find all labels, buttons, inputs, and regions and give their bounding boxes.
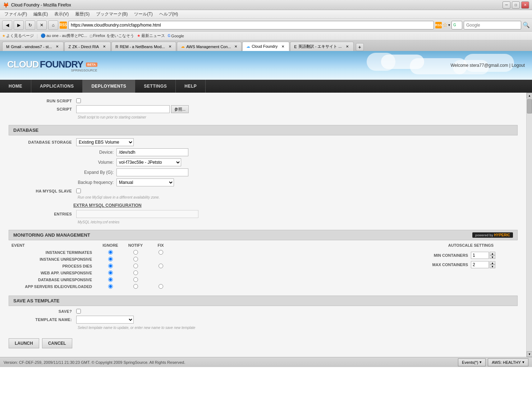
stop-button[interactable]: ✕ <box>37 20 47 30</box>
ha-mysql-checkbox[interactable] <box>76 189 81 193</box>
cancel-button[interactable]: CANCEL <box>42 338 72 348</box>
browse-button[interactable]: 参照... <box>171 105 189 113</box>
fix-radio-terminates <box>148 250 173 255</box>
min-containers-input[interactable] <box>471 252 489 259</box>
fix-radio-appservers <box>148 284 173 289</box>
fix-radio-input-terminates[interactable] <box>159 250 163 255</box>
new-tab-button[interactable]: + <box>356 43 364 51</box>
back-button[interactable]: ◀ <box>2 20 12 30</box>
ignore-radio-input-unresponsive[interactable] <box>108 257 113 261</box>
expand-row: Expand By (G): <box>73 168 518 176</box>
max-containers-down[interactable]: ▼ <box>490 265 495 268</box>
cloud-decoration-2 <box>367 53 395 71</box>
notify-radio-input-unresponsive[interactable] <box>133 257 138 261</box>
bookmark-news[interactable]: ★ 最新ニュース <box>137 33 165 38</box>
database-storage-select[interactable]: Existing EBS Volume New EBS Volume None <box>76 138 134 146</box>
notify-radio-input-appservers[interactable] <box>133 284 138 289</box>
star-icon[interactable]: ☆ <box>442 22 448 28</box>
reload-button[interactable]: ↻ <box>25 20 35 30</box>
event-table: EVENT IGNORE NOTIFY FIX INSTANCE TERMINA… <box>9 243 424 290</box>
menu-tools[interactable]: ツール(T) <box>131 10 155 18</box>
notify-radio-input-webapp[interactable] <box>133 270 138 275</box>
scrollbar-down[interactable]: ▼ <box>527 351 532 357</box>
template-name-select[interactable] <box>76 316 134 324</box>
ignore-radio-appservers <box>98 284 123 289</box>
scrollbar-thumb[interactable] <box>527 99 532 113</box>
notify-radio-input-database[interactable] <box>133 277 138 282</box>
volume-select[interactable]: vol-f73ec59e - JPetsto <box>116 158 181 166</box>
fix-radio-input-process[interactable] <box>159 264 163 268</box>
tab-close-excite[interactable]: ✕ <box>345 44 350 49</box>
tab-aws[interactable]: ☁ AWS Management Con... ✕ <box>177 42 242 51</box>
url-bar[interactable] <box>68 21 434 29</box>
min-containers-up[interactable]: ▲ <box>490 252 495 255</box>
tab-close-gmail[interactable]: ✕ <box>55 44 60 49</box>
menu-file[interactable]: ファイル(F) <box>1 10 30 18</box>
fix-radio-input-appservers[interactable] <box>159 284 163 289</box>
forward-button[interactable]: ▶ <box>14 20 24 30</box>
device-input[interactable] <box>116 148 188 156</box>
save-checkbox[interactable] <box>76 309 81 314</box>
bookmark-firefox[interactable]: □ Firefox を使いこなそう <box>90 33 134 38</box>
max-containers-up[interactable]: ▲ <box>490 261 495 265</box>
ignore-radio-input-database[interactable] <box>108 277 113 282</box>
nav-home[interactable]: HOME <box>0 80 31 93</box>
menu-edit[interactable]: 編集(E) <box>31 10 51 18</box>
app-wrapper: CLOUD FOUNDRY BETA SPRINGSOURCE Welcome … <box>0 51 532 367</box>
run-script-checkbox[interactable] <box>76 98 81 103</box>
nav-settings[interactable]: SETTINGS <box>135 80 176 93</box>
aws-status-button[interactable]: AWS: HEALTHY ▾ <box>488 358 528 366</box>
menu-view[interactable]: 表示(V) <box>51 10 72 18</box>
search-input[interactable] <box>464 21 521 29</box>
bookmark-auone[interactable]: 🔵 au one - au携帯とPC... <box>41 33 87 38</box>
tab-close-zk[interactable]: ✕ <box>102 44 107 49</box>
tab-rem[interactable]: R REM - a NetBeans Mod... ✕ <box>111 42 176 51</box>
nav-applications[interactable]: APPLICATIONS <box>31 80 83 93</box>
min-containers-down[interactable]: ▼ <box>490 255 495 259</box>
tab-close-cf[interactable]: ✕ <box>280 44 285 49</box>
notify-radio-input-terminates[interactable] <box>133 250 138 255</box>
search-button[interactable]: 🔍 <box>523 22 530 28</box>
event-label-terminates: INSTANCE TERMINATES <box>12 250 98 255</box>
tab-zk[interactable]: Z ZK - Direct RIA ✕ <box>64 42 111 51</box>
scrollbar-up[interactable]: ▲ <box>527 93 532 98</box>
backup-select[interactable]: Manual Daily Weekly <box>116 178 174 186</box>
events-button[interactable]: Events(*) ▾ <box>458 358 486 366</box>
menu-history[interactable]: 履歴(S) <box>72 10 92 18</box>
bookmark-google[interactable]: G Google <box>168 34 184 38</box>
ignore-radio-input-process[interactable] <box>108 264 113 268</box>
tab-excite[interactable]: E 英語翻訳 - エキサイト ... ✕ <box>290 42 353 51</box>
ignore-radio-input-appservers[interactable] <box>108 284 113 289</box>
version-text: Version: CF-DEF-259, 2009/11/11 21:30:23… <box>4 360 185 365</box>
toolbar-arrow[interactable]: ▾ <box>448 23 450 27</box>
ignore-radio-input-webapp[interactable] <box>108 270 113 275</box>
notify-radio-appservers <box>123 284 148 289</box>
menu-bookmarks[interactable]: ブックマーク(B) <box>93 10 130 18</box>
notify-radio-input-process[interactable] <box>133 264 138 268</box>
device-row: Device: <box>73 148 518 156</box>
minimize-button[interactable]: ─ <box>503 1 510 9</box>
ignore-radio-input-terminates[interactable] <box>108 250 113 255</box>
maximize-button[interactable]: □ <box>512 1 520 9</box>
script-hint: Shell script to run prior to starting co… <box>78 115 518 119</box>
tab-icon-rem: R <box>115 45 118 49</box>
close-button[interactable]: ✕ <box>521 1 529 9</box>
expand-input[interactable] <box>116 168 188 176</box>
tab-cloudfoundry[interactable]: ☁ Cloud Foundry ✕ <box>242 42 289 51</box>
launch-button[interactable]: LAUNCH <box>9 338 39 348</box>
tab-gmail[interactable]: M Gmail - windows7 - st... ✕ <box>2 42 64 51</box>
nav-help[interactable]: HELP <box>176 80 206 93</box>
nav-deployments[interactable]: DEPLOYMENTS <box>83 80 135 93</box>
logo-foundry: FOUNDRY <box>40 59 83 70</box>
home-button[interactable]: ⌂ <box>48 20 58 30</box>
script-input[interactable] <box>76 105 170 113</box>
entries-input[interactable] <box>76 210 198 218</box>
event-row-appservers: APP SERVERS IDLE/OVERLOADED <box>9 283 424 290</box>
tab-close-rem[interactable]: ✕ <box>168 44 172 49</box>
notify-radio-unresponsive <box>123 257 148 261</box>
max-containers-input[interactable] <box>471 261 489 268</box>
tab-close-aws[interactable]: ✕ <box>234 44 238 49</box>
notify-radio-database <box>123 277 148 282</box>
bookmark-youkumiru[interactable]: ★ よく見るページ <box>2 33 34 38</box>
menu-help[interactable]: ヘルプ(H) <box>156 10 181 18</box>
